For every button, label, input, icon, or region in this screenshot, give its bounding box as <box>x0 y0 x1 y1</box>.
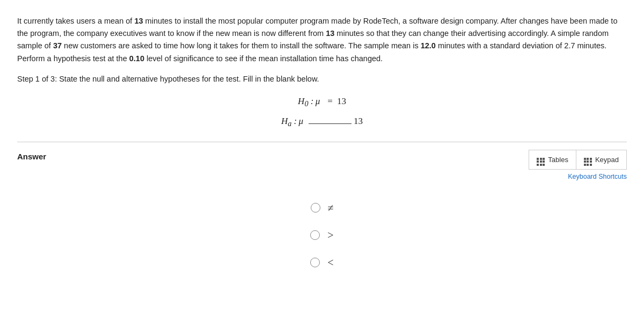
alt-sub: a <box>288 120 291 128</box>
alt-hyp-label: Ha : μ <box>281 116 303 128</box>
num-13-2: 13 <box>326 29 334 38</box>
num-37: 37 <box>53 41 62 50</box>
keypad-button[interactable]: Keypad <box>576 150 627 170</box>
alt-value: 13 <box>354 116 363 127</box>
option-symbol-neq: ≠ <box>328 202 334 214</box>
option-row-lt: < <box>310 257 333 269</box>
option-symbol-lt: < <box>327 257 333 269</box>
num-12: 12.0 <box>421 41 436 50</box>
option-radio-gt[interactable] <box>310 230 320 240</box>
option-radio-neq[interactable] <box>311 203 320 213</box>
step-number: Step 1 of 3: <box>17 75 57 83</box>
option-row-gt: > <box>310 229 333 242</box>
hypotheses-block: H0 : μ = 13 Ha : μ 13 <box>17 96 627 129</box>
answer-section: Answer Tables <box>17 142 627 186</box>
keyboard-shortcuts-link[interactable]: Keyboard Shortcuts <box>568 173 627 180</box>
toolbar-buttons: Tables Keypad <box>529 150 627 170</box>
step-description: State the null and alternative hypothese… <box>59 75 319 83</box>
null-eq: = <box>327 96 333 107</box>
null-hyp-label: H0 : μ <box>298 96 320 108</box>
answer-label: Answer <box>17 150 46 161</box>
toolbar-right: Tables Keypad Keyboard Shortcuts <box>529 150 627 180</box>
tables-button[interactable]: Tables <box>529 150 576 170</box>
option-row-neq: ≠ <box>311 202 334 214</box>
keypad-label: Keypad <box>595 156 619 164</box>
null-sub: 0 <box>304 99 308 108</box>
num-010: 0.10 <box>129 54 144 63</box>
alt-hypothesis-row: Ha : μ 13 <box>17 116 627 128</box>
problem-text: It currently takes users a mean of 13 mi… <box>17 15 627 65</box>
step-label: Step 1 of 3: State the null and alternat… <box>17 75 627 83</box>
tables-label: Tables <box>548 156 568 164</box>
alt-blank[interactable] <box>309 123 352 124</box>
option-radio-lt[interactable] <box>310 258 320 267</box>
null-hypothesis-row: H0 : μ = 13 <box>17 96 627 108</box>
keypad-icon <box>584 154 592 166</box>
null-value: 13 <box>337 96 346 107</box>
main-content: It currently takes users a mean of 13 mi… <box>0 0 644 285</box>
tables-icon <box>537 154 545 166</box>
options-area: ≠ > < <box>17 202 627 285</box>
option-symbol-gt: > <box>327 229 333 242</box>
num-13-1: 13 <box>134 17 143 25</box>
